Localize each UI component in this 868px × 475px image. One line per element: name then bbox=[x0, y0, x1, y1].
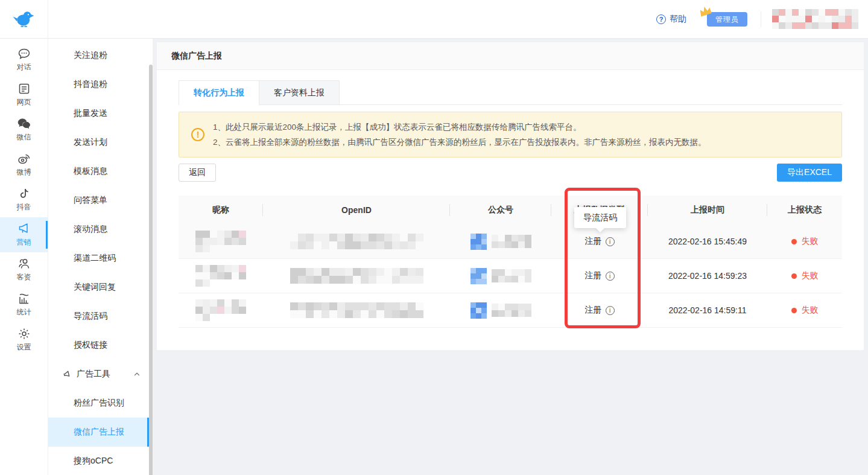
cell-nickname bbox=[179, 293, 263, 327]
redacted-openid bbox=[290, 234, 423, 249]
info-circle-icon[interactable]: i bbox=[606, 306, 615, 315]
douyin-icon bbox=[17, 187, 31, 200]
page-title: 微信广告上报 bbox=[171, 51, 222, 62]
submenu-group-ad-tools[interactable]: 广告工具 bbox=[48, 360, 153, 389]
rail-item-douyin[interactable]: 抖音 bbox=[0, 182, 48, 217]
table-row[interactable]: 注册 i 2022-02-16 15:45:49 失败 bbox=[179, 225, 842, 259]
submenu-item-douyin-fans[interactable]: 抖音追粉 bbox=[48, 70, 153, 99]
question-circle-icon: ? bbox=[656, 14, 666, 24]
body-layout: 对话 网页 微信 bbox=[0, 39, 868, 475]
wechat-icon bbox=[17, 117, 31, 130]
submenu-item-wechat-ad-report[interactable]: 微信广告上报 bbox=[48, 418, 153, 447]
alert-text: 1、此处只展示最近200条上报记录，上报【成功】状态表示云雀已将相应数据传给腾讯… bbox=[213, 120, 706, 150]
status-label: 失败 bbox=[802, 305, 819, 316]
rail-label-webpage: 网页 bbox=[17, 97, 31, 107]
marketing-icon bbox=[17, 222, 31, 235]
submenu-item-channel-qr[interactable]: 渠道二维码 bbox=[48, 244, 153, 273]
redacted-account-name bbox=[492, 269, 531, 282]
rail-label-douyin: 抖音 bbox=[17, 202, 31, 212]
tooltip-flow-code: 导流活码 bbox=[574, 207, 626, 228]
redacted-account-avatar bbox=[470, 268, 487, 284]
topbar-divider bbox=[761, 11, 761, 27]
rail-item-customers[interactable]: 客资 bbox=[0, 252, 48, 287]
customers-icon bbox=[17, 257, 31, 270]
cell-report-status: 失败 bbox=[767, 225, 842, 258]
app-window: ? 帮助 管理员 对话 bbox=[0, 0, 868, 475]
help-button[interactable]: ? 帮助 bbox=[656, 14, 686, 25]
redacted-account-avatar bbox=[470, 302, 487, 319]
chevron-up-icon[interactable] bbox=[133, 371, 141, 378]
cell-official-account bbox=[450, 293, 551, 327]
submenu-item-template-msg[interactable]: 模板消息 bbox=[48, 157, 153, 186]
table-row[interactable]: 注册 i 2022-02-16 14:59:11 失败 bbox=[179, 293, 842, 328]
data-type-label: 注册 bbox=[585, 305, 602, 316]
status-label: 失败 bbox=[802, 270, 819, 281]
export-excel-button[interactable]: 导出EXCEL bbox=[777, 164, 842, 182]
submenu-item-bulk-send[interactable]: 批量发送 bbox=[48, 99, 153, 128]
toolbar: 返回 导出EXCEL bbox=[179, 164, 842, 182]
rail-label-chat: 对话 bbox=[17, 62, 31, 72]
help-label: 帮助 bbox=[670, 14, 686, 25]
role-badge[interactable]: 管理员 bbox=[707, 13, 747, 25]
submenu-scrollbar[interactable] bbox=[149, 65, 153, 475]
redacted-account-avatar bbox=[470, 234, 487, 250]
cell-report-status: 失败 bbox=[767, 259, 842, 293]
settings-icon bbox=[17, 327, 31, 340]
redacted-account-name bbox=[492, 304, 531, 317]
rail-label-settings: 设置 bbox=[17, 342, 31, 352]
submenu-item-sogou-ocpc[interactable]: 搜狗oCPC bbox=[48, 447, 153, 475]
webpage-icon bbox=[17, 82, 31, 95]
topbar: ? 帮助 管理员 bbox=[0, 0, 868, 39]
col-header-openid: OpenID bbox=[263, 196, 450, 225]
info-alert: ! 1、此处只展示最近200条上报记录，上报【成功】状态表示云雀已将相应数据传给… bbox=[179, 112, 842, 158]
submenu-item-auth-link[interactable]: 授权链接 bbox=[48, 331, 153, 360]
redacted-account-name[interactable] bbox=[772, 9, 858, 29]
col-header-official-account: 公众号 bbox=[450, 196, 551, 225]
tab-conversion-report[interactable]: 转化行为上报 bbox=[179, 80, 259, 104]
app-logo[interactable] bbox=[0, 0, 48, 38]
chat-icon bbox=[17, 47, 31, 60]
icon-rail: 对话 网页 微信 bbox=[0, 39, 48, 475]
rail-label-weibo: 微博 bbox=[17, 167, 31, 177]
submenu-item-qa-menu[interactable]: 问答菜单 bbox=[48, 186, 153, 215]
rail-item-marketing[interactable]: 营销 bbox=[0, 217, 48, 252]
ad-tools-icon bbox=[62, 369, 72, 379]
cell-openid bbox=[263, 259, 450, 293]
submenu-item-flow-code[interactable]: 导流活码 bbox=[48, 302, 153, 331]
submenu-item-follow-fans[interactable]: 关注追粉 bbox=[48, 41, 153, 70]
submenu-item-scroll-msg[interactable]: 滚动消息 bbox=[48, 215, 153, 244]
cell-openid bbox=[263, 293, 450, 327]
rail-item-weibo[interactable]: 微博 bbox=[0, 147, 48, 182]
data-type-label: 注册 bbox=[585, 270, 602, 281]
rail-item-webpage[interactable]: 网页 bbox=[0, 77, 48, 112]
tab-customer-data-report[interactable]: 客户资料上报 bbox=[259, 80, 340, 104]
submenu-item-send-plan[interactable]: 发送计划 bbox=[48, 128, 153, 157]
back-button[interactable]: 返回 bbox=[179, 164, 216, 182]
redacted-account-name bbox=[492, 235, 531, 248]
rail-item-wechat[interactable]: 微信 bbox=[0, 112, 48, 147]
cell-report-time: 2022-02-16 14:59:23 bbox=[648, 259, 767, 293]
col-header-report-status: 上报状态 bbox=[767, 196, 842, 225]
cell-official-account bbox=[450, 225, 551, 258]
info-circle-icon[interactable]: i bbox=[606, 272, 615, 281]
submenu-item-keyword-reply[interactable]: 关键词回复 bbox=[48, 273, 153, 302]
col-header-report-time: 上报时间 bbox=[648, 196, 767, 225]
info-circle-icon[interactable]: i bbox=[606, 237, 615, 246]
bird-logo-icon bbox=[11, 7, 37, 32]
rail-item-settings[interactable]: 设置 bbox=[0, 322, 48, 357]
content-card: 微信广告上报 转化行为上报 客户资料上报 ! 1、此处只展示最近200条上报记录… bbox=[157, 42, 864, 350]
cell-nickname bbox=[179, 259, 263, 293]
cell-official-account bbox=[450, 259, 551, 293]
redacted-openid bbox=[290, 302, 423, 318]
rail-label-stats: 统计 bbox=[17, 307, 31, 317]
status-label: 失败 bbox=[802, 236, 819, 247]
redacted-openid bbox=[290, 268, 423, 284]
rail-item-stats[interactable]: 统计 bbox=[0, 287, 48, 322]
rail-label-marketing: 营销 bbox=[17, 237, 31, 247]
table-row[interactable]: 注册 i 2022-02-16 14:59:23 失败 bbox=[179, 259, 842, 293]
cell-report-status: 失败 bbox=[767, 293, 842, 327]
submenu-item-fan-ad-detect[interactable]: 粉丝广告识别 bbox=[48, 389, 153, 418]
rail-item-chat[interactable]: 对话 bbox=[0, 42, 48, 77]
rail-label-wechat: 微信 bbox=[17, 132, 31, 142]
weibo-icon bbox=[17, 152, 31, 165]
